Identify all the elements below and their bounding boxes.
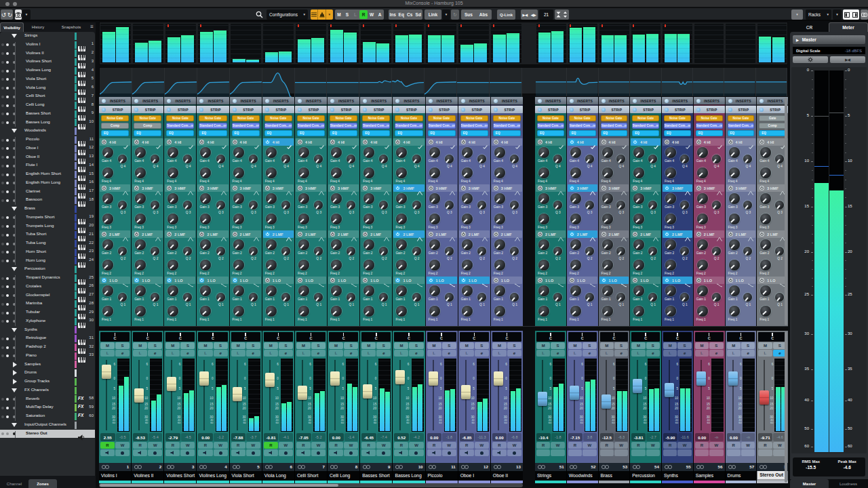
eq-band-header[interactable]: 4 HI <box>726 138 756 146</box>
band-power-icon[interactable] <box>298 140 302 144</box>
band-power-icon[interactable] <box>363 278 368 283</box>
record-enable-button[interactable] <box>677 449 691 456</box>
eq-curve-display[interactable] <box>536 68 567 96</box>
gain-knob[interactable] <box>266 285 277 296</box>
edit-button[interactable]: e <box>376 350 391 357</box>
write-automation-button[interactable]: W <box>409 442 423 449</box>
track-group-row[interactable]: Synths <box>0 326 95 335</box>
pan-control[interactable]: C <box>695 332 724 342</box>
read-automation-button[interactable]: R <box>536 442 550 449</box>
strip-slot[interactable]: Standard Com...or <box>362 123 390 129</box>
q-knob[interactable] <box>183 247 192 256</box>
freq-knob[interactable] <box>331 167 342 178</box>
meter-bottom-tab-master[interactable]: Master <box>790 479 829 488</box>
gain-knob[interactable] <box>697 285 708 296</box>
visibility-dot[interactable] <box>1 190 4 193</box>
gain-knob[interactable] <box>363 193 374 204</box>
eq-band-header[interactable]: 4 HI <box>536 138 566 146</box>
q-knob[interactable] <box>249 201 258 209</box>
monitor-button[interactable] <box>695 449 709 456</box>
eq-band-header[interactable]: 2 LMF <box>197 230 228 238</box>
expand-triangle-icon[interactable] <box>13 379 17 384</box>
fader-track[interactable] <box>701 360 702 430</box>
redo-icon[interactable]: ↻ <box>7 9 13 20</box>
monitor-button[interactable] <box>198 449 212 456</box>
freq-knob[interactable] <box>665 260 676 270</box>
gain-knob[interactable] <box>135 147 146 158</box>
strip-rack-header[interactable]: STRIP <box>726 106 757 113</box>
eq-curve-display[interactable] <box>630 68 661 96</box>
eq-band-header[interactable]: 2 LMF <box>694 230 724 238</box>
eq-curve-display[interactable] <box>567 68 598 96</box>
eq-curve-display[interactable] <box>457 68 490 97</box>
gain-knob[interactable] <box>167 147 178 158</box>
fader-cap[interactable] <box>494 371 503 386</box>
freq-knob[interactable] <box>494 306 505 317</box>
freq-knob[interactable] <box>760 260 771 270</box>
write-automation-button[interactable]: W <box>442 442 456 449</box>
strip-slot[interactable]: Noise Gate <box>166 115 194 121</box>
solo-button[interactable]: S <box>583 342 596 349</box>
eq-curve-display[interactable] <box>425 68 457 97</box>
fader-cap[interactable] <box>461 385 471 399</box>
peak-value[interactable]: -∞ <box>741 433 755 441</box>
band-power-icon[interactable] <box>494 140 498 144</box>
record-enable-button[interactable] <box>646 449 660 456</box>
eq-band-header[interactable]: 2 LMF <box>132 230 163 238</box>
visibility-dot[interactable] <box>1 216 4 219</box>
q-knob[interactable] <box>412 293 421 302</box>
gain-knob[interactable] <box>570 193 581 204</box>
fader-value[interactable]: 0.00 <box>198 433 213 441</box>
fader-cap[interactable] <box>696 371 706 386</box>
band-power-icon[interactable] <box>760 140 764 144</box>
write-automation-button[interactable]: W <box>246 442 260 449</box>
strip-slot[interactable]: Noise Gate <box>199 115 226 121</box>
read-automation-button[interactable]: R <box>460 442 474 449</box>
eq-band-header[interactable]: 3 HMF <box>492 184 522 192</box>
freq-knob[interactable] <box>396 214 407 224</box>
sidebar-bottom-tab-channel[interactable]: Channel <box>0 479 28 488</box>
fader-cap[interactable] <box>429 371 438 386</box>
pan-control[interactable]: C <box>600 332 629 342</box>
q-knob[interactable] <box>281 247 290 256</box>
visibility-dot[interactable] <box>1 294 4 297</box>
visibility-dot[interactable] <box>1 415 4 418</box>
clip-indicator[interactable] <box>570 24 571 27</box>
visibility-dot[interactable] <box>6 96 9 98</box>
link-dropdown[interactable]: ▼ <box>442 9 450 20</box>
track-row[interactable]: Piccolo11 <box>0 136 95 144</box>
channel-number-row[interactable]: 8 <box>328 463 359 471</box>
pan-control[interactable]: C <box>631 332 660 342</box>
freq-knob[interactable] <box>729 214 740 224</box>
fader-cap[interactable] <box>728 371 738 386</box>
edit-button[interactable]: e <box>180 350 195 357</box>
eq-band-header[interactable]: 4 HI <box>231 138 261 146</box>
abs-button[interactable]: Abs <box>476 9 491 20</box>
fader-track[interactable] <box>637 360 638 430</box>
band-power-icon[interactable] <box>134 278 139 283</box>
visibility-dot[interactable] <box>1 320 4 323</box>
eq-band-header[interactable]: 2 LMF <box>631 230 660 238</box>
monitor-button[interactable] <box>231 449 245 456</box>
gain-knob[interactable] <box>266 147 277 158</box>
expand-triangle-icon[interactable] <box>13 362 17 367</box>
q-knob[interactable] <box>680 247 689 256</box>
visibility-dot[interactable] <box>6 216 9 219</box>
window-snapshot-button[interactable] <box>861 9 868 20</box>
write-automation-button[interactable]: W <box>279 442 293 449</box>
record-enable-button[interactable] <box>583 449 596 456</box>
shrink-channels-icon[interactable]: ▶◀ <box>521 9 530 20</box>
gain-knob[interactable] <box>538 147 549 158</box>
channel-number-row[interactable]: 5 <box>230 463 262 471</box>
freq-knob[interactable] <box>167 214 178 224</box>
track-row[interactable]: Celli Short7 <box>0 92 95 101</box>
mute-button[interactable]: M <box>361 342 376 349</box>
master-section-header[interactable]: ▶ Master <box>793 35 865 44</box>
band-power-icon[interactable] <box>461 232 466 237</box>
peak-value[interactable]: -6.8 <box>507 433 521 441</box>
right-panel-tab-cr[interactable]: CR <box>790 22 829 32</box>
q-knob[interactable] <box>281 201 290 209</box>
q-knob[interactable] <box>510 247 519 256</box>
visibility-dot[interactable] <box>1 243 4 245</box>
track-row[interactable]: Horn Long24 <box>0 257 95 266</box>
